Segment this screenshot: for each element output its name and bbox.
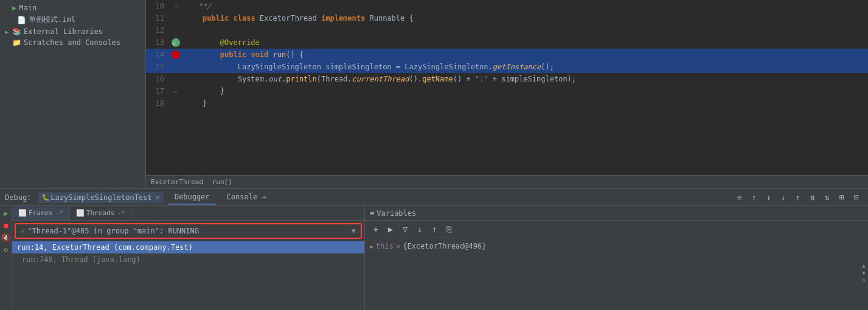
line-gutter	[169, 24, 182, 36]
sidebar-item-iml[interactable]: 📄 单例模式.iml	[0, 13, 145, 26]
line-number: 10	[146, 0, 169, 12]
line-gutter: –	[169, 85, 182, 97]
line-gutter	[169, 49, 182, 61]
tab-debugger[interactable]: Debugger	[168, 190, 216, 205]
line-gutter	[169, 73, 182, 85]
line-code	[182, 24, 868, 36]
tab-console[interactable]: Console →	[221, 190, 273, 205]
debug-toolbar: ≡ ↑ ↓ ↓ ↑ ⇅ ⇅ ⊞ ⊟	[733, 191, 863, 204]
filter-btn[interactable]: ▽	[399, 223, 411, 235]
line-number: 18	[146, 97, 169, 109]
copy-btn[interactable]: ⎘	[443, 223, 455, 235]
nav-up-btn[interactable]: ↑	[428, 223, 440, 235]
frames-tab-close[interactable]: -*	[56, 210, 63, 216]
tab-console-label: Console →	[227, 193, 266, 201]
scroll-copy-btn[interactable]: ⎘	[861, 277, 867, 283]
variables-panel: ≡ Variables + ▶ ▽ ↓ ↑ ⎘ ▶ this = {Exceto…	[365, 206, 868, 310]
code-line-13: 13 @Override	[146, 36, 868, 49]
debug-content: ▶ ■ 🔇 ⚙ ⬜ Frames -* ⬜ Threads -*	[0, 206, 868, 310]
variables-toolbar: + ▶ ▽ ↓ ↑ ⎘	[365, 221, 868, 238]
line-gutter	[169, 97, 182, 109]
line-number: 16	[146, 73, 169, 85]
folder-icon: 📁	[12, 38, 21, 47]
debug-session-label: LazySimpleSingletonTest	[50, 193, 151, 202]
debug-left-strip: ▶ ■ 🔇 ⚙	[0, 206, 12, 310]
code-line-10: 10 – **/	[146, 0, 868, 12]
line-code: @Override	[182, 36, 868, 49]
toolbar-step-out-btn[interactable]: ↓	[777, 191, 790, 204]
variable-this[interactable]: ▶ this = {ExcetorThread@496}	[370, 241, 863, 252]
scroll-down-btn[interactable]: ▼	[861, 270, 867, 276]
mute-btn[interactable]: 🔇	[1, 233, 11, 243]
thread-check-icon: ✓	[21, 227, 25, 235]
code-line-11: 11 public class ExcetorThread implements…	[146, 12, 868, 24]
code-line-15: 15 LazySingleSingleton simpleSingleton =…	[146, 61, 868, 73]
line-code: }	[182, 85, 868, 97]
stop-btn[interactable]: ■	[1, 221, 11, 230]
debug-session-icon: 🐛	[42, 194, 49, 201]
thread-dropdown[interactable]: ✓ "Thread-1"@485 in group "main": RUNNIN…	[15, 223, 362, 239]
sidebar-item-scratches[interactable]: 📁 Scratches and Consoles	[0, 37, 145, 48]
breadcrumb: ExcetorThread › run()	[146, 175, 868, 188]
resume-btn[interactable]: ▶	[1, 208, 11, 218]
close-debug-tab[interactable]: ×	[156, 193, 160, 202]
debug-session-tab[interactable]: 🐛 LazySimpleSingletonTest ×	[38, 192, 163, 203]
threads-tab-label: Threads	[86, 209, 114, 217]
expand-icon: ▶	[5, 29, 11, 35]
variables-title: Variables	[377, 209, 416, 218]
breakpoint-red[interactable]	[172, 50, 180, 59]
add-watch-btn[interactable]: +	[370, 223, 382, 235]
breadcrumb-class: ExcetorThread	[151, 178, 203, 186]
sidebar-item-main[interactable]: ▶ Main	[0, 2, 145, 13]
code-line-16: 16 System.out.println(Thread.currentThre…	[146, 73, 868, 85]
frame-item-1[interactable]: run:748, Thread (java.lang)	[12, 253, 364, 266]
scroll-up-btn[interactable]: ▲	[861, 263, 867, 269]
frame-item-0[interactable]: run:14, ExcetorThread (com.company.Test)	[12, 241, 364, 253]
code-editor: 10 – **/ 11 public class ExcetorThread i…	[146, 0, 868, 188]
scrollbar[interactable]: ▲ ▼ ⎘	[859, 261, 868, 310]
breadcrumb-method: run()	[212, 178, 232, 186]
tab-threads[interactable]: ⬜ Threads -*	[70, 206, 131, 220]
var-equals: =	[396, 242, 400, 250]
line-code: LazySingleSingleton simpleSingleton = La…	[182, 61, 868, 73]
toolbar-table-btn[interactable]: ⊞	[835, 191, 849, 204]
library-icon: 📚	[12, 27, 21, 36]
tab-debugger-label: Debugger	[175, 193, 210, 201]
nav-down-btn[interactable]: ↓	[414, 223, 426, 235]
line-code: **/	[182, 0, 868, 12]
frame-item-label: run:748, Thread (java.lang)	[22, 255, 141, 264]
run-icon: ▶	[12, 4, 16, 12]
fold-icon[interactable]: –	[174, 0, 178, 12]
toolbar-force-btn[interactable]: ⇅	[806, 191, 819, 204]
threads-tab-icon: ⬜	[76, 209, 85, 217]
line-code: }	[182, 97, 868, 109]
breakpoint-green[interactable]	[172, 38, 180, 47]
toolbar-step-into-btn[interactable]: ↓	[762, 191, 776, 204]
toolbar-collapse-btn[interactable]: ⊟	[850, 191, 863, 204]
debug-tabs-bar: Debug: 🐛 LazySimpleSingletonTest × Debug…	[0, 189, 868, 206]
threads-tab-suffix: -*	[117, 210, 125, 216]
line-code: public class ExcetorThread implements Ru…	[182, 12, 868, 24]
expand-btn[interactable]: ▶	[384, 223, 397, 235]
settings-btn[interactable]: ⚙	[1, 245, 11, 255]
var-expand-icon[interactable]: ▶	[370, 243, 373, 250]
line-gutter	[169, 61, 182, 73]
thread-dropdown-label: "Thread-1"@485 in group "main": RUNNING	[27, 227, 199, 235]
fold-icon[interactable]: –	[174, 85, 178, 97]
sidebar-item-external-libraries[interactable]: ▶ 📚 External Libraries	[0, 26, 145, 37]
frames-tab-icon: ⬜	[18, 209, 27, 217]
line-code: public void run() {	[182, 49, 868, 61]
var-name: this	[376, 242, 394, 250]
code-content[interactable]: 10 – **/ 11 public class ExcetorThread i…	[146, 0, 868, 175]
toolbar-eval-btn[interactable]: ⇅	[821, 191, 834, 204]
code-line-12: 12	[146, 24, 868, 36]
line-number: 13	[146, 36, 169, 49]
line-gutter: –	[169, 0, 182, 12]
frames-panel: ⬜ Frames -* ⬜ Threads -* ✓ "Thread-1"@48…	[12, 206, 365, 310]
toolbar-settings-btn[interactable]: ≡	[733, 191, 746, 204]
debug-panel: Debug: 🐛 LazySimpleSingletonTest × Debug…	[0, 188, 868, 310]
toolbar-step-over-btn[interactable]: ↑	[748, 191, 761, 204]
debug-label: Debug:	[5, 193, 31, 202]
tab-frames[interactable]: ⬜ Frames -*	[12, 206, 70, 220]
toolbar-run-btn[interactable]: ↑	[791, 191, 805, 204]
